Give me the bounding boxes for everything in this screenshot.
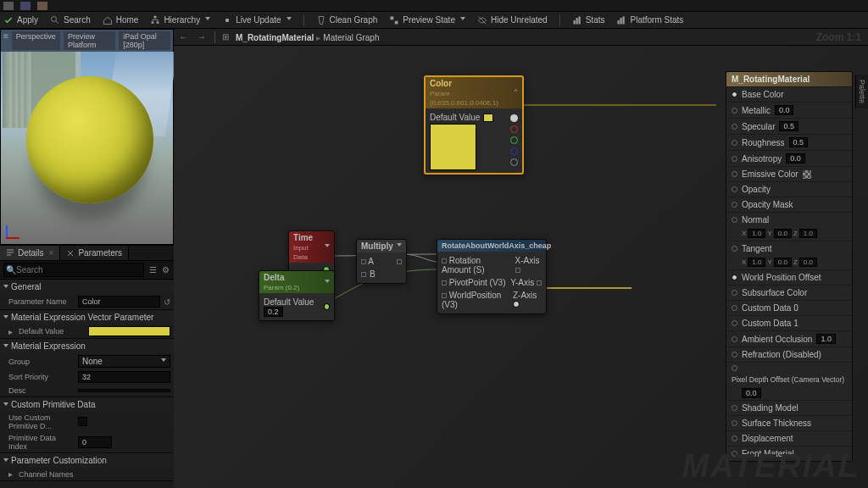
input-pin-a[interactable] (361, 259, 366, 264)
input-pin[interactable] (732, 92, 737, 97)
section-me[interactable]: Material Expression (0, 339, 174, 353)
input-pin[interactable] (732, 124, 737, 130)
search-input[interactable] (3, 263, 144, 277)
home-button[interactable]: Home (103, 15, 139, 25)
metallic-field[interactable]: 0.0 (775, 105, 794, 115)
graph-icon: ⊞ (222, 32, 229, 42)
expand-icon[interactable]: ▸ (8, 327, 15, 336)
sort-priority-field[interactable]: 32 (78, 371, 170, 383)
input-pin[interactable] (732, 108, 737, 114)
ao-field[interactable]: 1.0 (816, 334, 836, 344)
search-button[interactable]: Search (50, 15, 91, 25)
collapse-icon[interactable]: ˄ (514, 88, 518, 97)
breadcrumb[interactable]: M_RotatingMaterial ▸ Material Graph (236, 32, 380, 42)
platform-stats-button[interactable]: Platform Stats (616, 15, 683, 25)
input-pin (732, 320, 737, 326)
svg-rect-6 (395, 20, 398, 24)
section-pc[interactable]: Parameter Customization (0, 453, 174, 468)
input-pin[interactable] (732, 336, 737, 342)
input-pin[interactable] (442, 280, 447, 286)
output-pin[interactable] (515, 268, 520, 273)
output-pin[interactable] (397, 259, 402, 264)
color-swatch-small[interactable] (483, 114, 493, 122)
node-delta[interactable]: DeltaParam (0.2) Default Value 0.2 (259, 270, 335, 321)
ty-field[interactable]: 0.0 (774, 258, 792, 267)
apply-button[interactable]: Apply (3, 15, 38, 25)
output-pin-a[interactable] (510, 158, 518, 166)
input-pin[interactable] (732, 274, 737, 280)
color-swatch[interactable] (88, 326, 170, 336)
hierarchy-button[interactable]: Hierarchy (150, 15, 210, 25)
tab-parameters[interactable]: Parameters (60, 246, 129, 260)
axis-gizmo-icon (6, 222, 23, 239)
svg-rect-5 (391, 16, 394, 19)
input-pin[interactable] (442, 258, 447, 263)
browse-icon[interactable] (37, 2, 47, 10)
app-icon[interactable] (3, 2, 14, 10)
param-name-field[interactable]: Color (78, 296, 160, 308)
tab-details[interactable]: Details× (0, 246, 60, 260)
menu-icon[interactable]: ≡ (3, 31, 8, 50)
input-pin[interactable] (732, 365, 737, 371)
node-color[interactable]: ColorParam (0.635,0.601,0.0406,1)˄ Defau… (424, 75, 524, 175)
output-pin[interactable] (513, 301, 520, 308)
tz-field[interactable]: 0.0 (799, 258, 817, 267)
output-pin[interactable] (537, 280, 542, 286)
reset-icon[interactable]: ↺ (164, 297, 170, 307)
node-result[interactable]: M_RotatingMaterial Base Color Metallic0.… (726, 71, 853, 462)
nz-field[interactable]: 1.0 (799, 229, 817, 238)
tx-field[interactable]: 1.0 (748, 258, 765, 267)
roughness-field[interactable]: 0.5 (789, 137, 809, 147)
output-pin-rgb[interactable] (510, 114, 518, 122)
main-toolbar: Apply Search Home Hierarchy Live Update … (0, 12, 868, 29)
nx-field[interactable]: 1.0 (748, 229, 765, 238)
pdi-field[interactable]: 0 (78, 436, 112, 448)
settings-icon[interactable]: ⚙ (160, 265, 170, 275)
preview-viewport[interactable]: ≡ Perspective Preview Platform iPad Opal… (0, 29, 174, 245)
filter-icon[interactable]: ☰ (147, 265, 158, 275)
node-rotate[interactable]: RotateAboutWorldAxis_cheap Rotation Amou… (437, 239, 547, 314)
input-pin[interactable] (732, 171, 737, 177)
input-pin[interactable] (732, 217, 737, 223)
expand-icon[interactable]: ▸ (8, 469, 15, 479)
input-pin[interactable] (732, 140, 737, 146)
anisotropy-field[interactable]: 0.0 (786, 153, 805, 164)
close-icon[interactable]: × (49, 248, 54, 258)
delta-value-field[interactable]: 0.2 (264, 307, 283, 317)
clean-graph-button[interactable]: Clean Graph (316, 15, 378, 25)
save-icon[interactable] (20, 2, 31, 10)
material-graph[interactable]: ← → ⊞ M_RotatingMaterial ▸ Material Grap… (174, 29, 868, 488)
ny-field[interactable]: 0.0 (774, 229, 792, 238)
zoom-label: Zoom 1:1 (816, 31, 861, 43)
usecpd-checkbox[interactable] (78, 417, 87, 426)
input-pin-b[interactable] (361, 272, 366, 277)
stats-button[interactable]: Stats (572, 15, 605, 25)
svg-rect-11 (620, 18, 622, 25)
group-select[interactable]: None (78, 355, 170, 368)
nav-forward-button[interactable]: → (196, 32, 208, 42)
input-pin (732, 420, 737, 426)
node-multiply[interactable]: Multiply A B (356, 239, 407, 284)
hide-unrelated-button[interactable]: Hide Unrelated (477, 15, 548, 25)
input-pin (732, 352, 737, 358)
input-pin[interactable] (732, 246, 737, 252)
live-update-button[interactable]: Live Update (222, 15, 291, 25)
specular-field[interactable]: 0.5 (779, 121, 798, 131)
output-pin-g[interactable] (510, 136, 518, 144)
section-mevp[interactable]: Material Expression Vector Parameter (0, 310, 174, 324)
preview-platform-button[interactable]: Preview Platform (64, 31, 115, 50)
palette-tab[interactable]: Palette (855, 75, 868, 108)
output-pin[interactable] (324, 303, 330, 310)
input-pin[interactable] (442, 293, 447, 298)
output-pin-b[interactable] (510, 147, 518, 155)
pdo-field[interactable]: 0.0 (742, 388, 761, 398)
input-pin[interactable] (732, 156, 737, 162)
desc-field[interactable] (78, 389, 170, 392)
preview-device-button[interactable]: iPad Opal [280p] (119, 31, 170, 50)
preview-state-button[interactable]: Preview State (389, 15, 465, 25)
view-mode-button[interactable]: Perspective (12, 31, 60, 50)
section-general[interactable]: General (0, 280, 174, 294)
output-pin-r[interactable] (510, 125, 518, 133)
section-cpd[interactable]: Custom Primitive Data (0, 397, 174, 412)
nav-back-button[interactable]: ← (177, 32, 189, 42)
